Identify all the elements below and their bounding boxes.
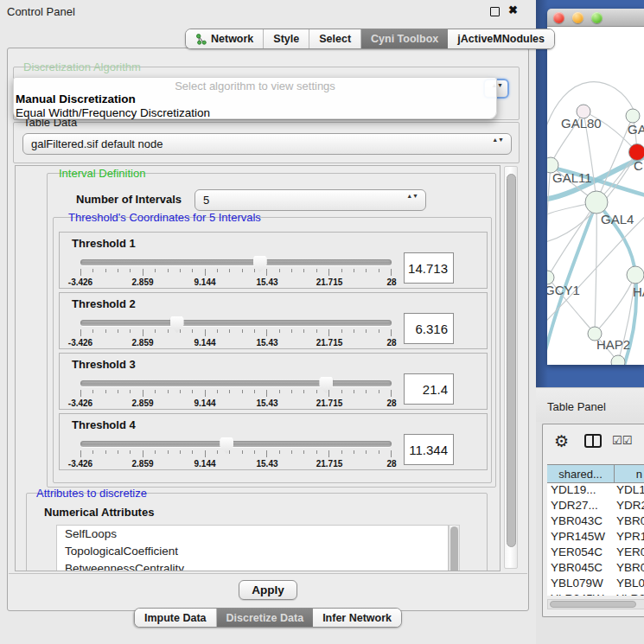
cyni-toolbox-panel: Discretization Algorithm ▲▼ Select algor… <box>7 48 529 611</box>
table-row[interactable]: YPR145WYPR1 <box>547 530 644 545</box>
slider-track[interactable] <box>80 441 392 447</box>
network-node[interactable] <box>585 191 608 214</box>
table-cell: YBR045C <box>547 561 615 577</box>
tab-label: Infer Network <box>322 612 392 624</box>
threshold-3-panel: Threshold 3 -3.4262.8599.14415.4321.7152… <box>59 353 488 410</box>
tab-infer-network[interactable]: Infer Network <box>313 609 401 627</box>
algorithm-option-manual[interactable]: Manual Discretization <box>16 92 136 105</box>
table-panel-title: Table Panel <box>547 400 606 413</box>
table-row[interactable]: YBR045CYBR0 <box>547 561 644 577</box>
right-side: GAL80GACGAL11GAL4GCY1HAHAP2 Table Panel … <box>536 0 644 644</box>
threshold-4-panel: Threshold 4 -3.4262.8599.14415.4321.7152… <box>59 413 488 470</box>
tab-network[interactable]: Network <box>186 29 264 48</box>
slider-ticks <box>80 450 392 458</box>
table-toolbar: ⚙ ☑☑ <box>543 424 644 459</box>
threshold-3-value-input[interactable] <box>404 373 454 405</box>
number-of-intervals-label: Number of Intervals <box>76 193 182 206</box>
table-cell: YLR345W <box>547 592 615 596</box>
table-cell: YDL1 <box>615 483 644 499</box>
algorithm-dropdown-popup: Select algorithm to view settings Manual… <box>13 77 497 119</box>
network-node[interactable] <box>611 355 625 365</box>
top-tab-strip: Network Style Select Cyni Toolbox jActiv… <box>185 29 555 49</box>
table-cell: YBL0 <box>615 577 644 592</box>
table-cell: YER0 <box>615 545 644 561</box>
interval-definition-group: Interval Definition Number of Intervals … <box>47 173 496 488</box>
column-header-shared-name[interactable]: shared... <box>547 465 615 482</box>
slider-ticks <box>80 269 392 277</box>
table-cell: YPR1 <box>615 530 644 545</box>
app-root: Control Panel ✖ Discretization Algorithm… <box>0 0 644 644</box>
network-edge[interactable] <box>547 165 551 277</box>
float-window-icon[interactable] <box>490 7 500 16</box>
threshold-2-slider[interactable]: -3.4262.8599.14415.4321.71528 <box>80 318 392 348</box>
slider-track[interactable] <box>80 380 392 386</box>
network-edge[interactable] <box>595 275 635 334</box>
table-row[interactable]: YER054CYER0 <box>547 545 644 561</box>
slider-tick-labels: -3.4262.8599.14415.4321.71528 <box>80 277 392 287</box>
network-node-label: HAP2 <box>596 337 630 352</box>
threshold-3-slider[interactable]: -3.4262.8599.14415.4321.71528 <box>80 379 392 408</box>
table-panel-window: ⚙ ☑☑ shared... n YDL19...YDL1YDR27...YDR… <box>542 424 644 617</box>
gear-icon[interactable]: ⚙ <box>554 431 569 451</box>
network-canvas[interactable]: GAL80GACGAL11GAL4GCY1HAHAP2 <box>547 27 644 365</box>
algorithm-option-equal-width[interactable]: Equal Width/Frequency Discretization <box>16 106 210 119</box>
tab-jactivemnodules[interactable]: jActiveMNodules <box>448 29 554 48</box>
minimize-traffic-light-icon[interactable] <box>572 12 583 23</box>
network-node-label: C <box>634 158 643 173</box>
attributes-list-scrollbar[interactable] <box>449 525 460 571</box>
apply-button[interactable]: Apply <box>239 580 297 600</box>
tab-impute-data[interactable]: Impute Data <box>135 609 217 627</box>
attribute-item[interactable]: BetweennessCentrality <box>57 560 448 571</box>
attributes-list[interactable]: SelfLoopsTopologicalCoefficientBetweenne… <box>56 525 449 571</box>
bottom-tab-strip: Impute Data Discretize Data Infer Networ… <box>134 608 402 628</box>
table-row[interactable]: YLR345WYLR3 <box>547 592 644 596</box>
numerical-attributes-label: Numerical Attributes <box>44 506 154 519</box>
checkbox-icons[interactable]: ☑☑ <box>612 434 632 447</box>
table-row[interactable]: YDL19...YDL1 <box>547 483 644 499</box>
column-header-name[interactable]: n <box>615 465 644 482</box>
tab-label: Discretize Data <box>226 612 304 624</box>
attribute-item[interactable]: SelfLoops <box>57 526 448 543</box>
threshold-2-value-input[interactable] <box>404 313 454 344</box>
scrollbar-thumb[interactable] <box>550 601 636 608</box>
network-node[interactable] <box>626 109 640 123</box>
slider-track[interactable] <box>80 259 392 265</box>
table-row[interactable]: YBR043CYBR0 <box>547 514 644 530</box>
slider-tick-labels: -3.4262.8599.14415.4321.71528 <box>80 399 392 408</box>
slider-track[interactable] <box>80 320 392 326</box>
tab-style[interactable]: Style <box>264 29 309 48</box>
threshold-1-value-input[interactable] <box>404 252 454 284</box>
scrollbar-thumb[interactable] <box>507 174 516 547</box>
tab-label: jActiveMNodules <box>457 33 545 45</box>
threshold-1-slider[interactable]: -3.4262.8599.14415.4321.71528 <box>80 258 392 287</box>
close-traffic-light-icon[interactable] <box>553 12 564 23</box>
threshold-2-label: Threshold 2 <box>72 297 136 310</box>
threshold-4-slider[interactable]: -3.4262.8599.14415.4321.71528 <box>80 439 392 469</box>
split-columns-icon[interactable] <box>584 434 602 448</box>
settings-vertical-scrollbar[interactable] <box>504 166 518 569</box>
table-horizontal-scrollbar[interactable] <box>547 599 644 609</box>
slider-ticks <box>80 390 392 398</box>
tab-select[interactable]: Select <box>309 29 361 48</box>
table-row[interactable]: YBL079WYBL0 <box>547 577 644 592</box>
table-row[interactable]: YDR27...YDR2 <box>547 499 644 514</box>
zoom-traffic-light-icon[interactable] <box>591 12 603 23</box>
tab-label: Cyni Toolbox <box>371 33 438 45</box>
spinner-arrows-icon: ▲▼ <box>406 193 418 199</box>
number-of-intervals-combo[interactable]: 5 ▲▼ <box>194 189 426 211</box>
tab-discretize-data[interactable]: Discretize Data <box>217 609 314 627</box>
tab-label: Style <box>273 33 299 45</box>
threshold-1-panel: Threshold 1 -3.4262.8599.14415.4321.7152… <box>59 232 488 289</box>
threshold-4-value-input[interactable] <box>404 434 454 465</box>
attribute-item[interactable]: TopologicalCoefficient <box>57 543 448 560</box>
table-data-combo[interactable]: galFiltered.sif default node ▲▼ <box>22 133 512 155</box>
network-node[interactable] <box>627 266 644 284</box>
table-cell: YDL19... <box>547 483 615 499</box>
scrollbar-thumb[interactable] <box>450 526 458 571</box>
apply-bar: Apply <box>9 573 527 605</box>
thresholds-group: Threshold's Coordinates for 5 Intervals … <box>53 217 492 483</box>
table-header-row: shared... n <box>547 464 644 483</box>
close-icon[interactable]: ✖ <box>508 3 518 16</box>
tab-cyni-toolbox[interactable]: Cyni Toolbox <box>361 29 448 48</box>
threshold-2-panel: Threshold 2 -3.4262.8599.14415.4321.7152… <box>59 292 488 349</box>
